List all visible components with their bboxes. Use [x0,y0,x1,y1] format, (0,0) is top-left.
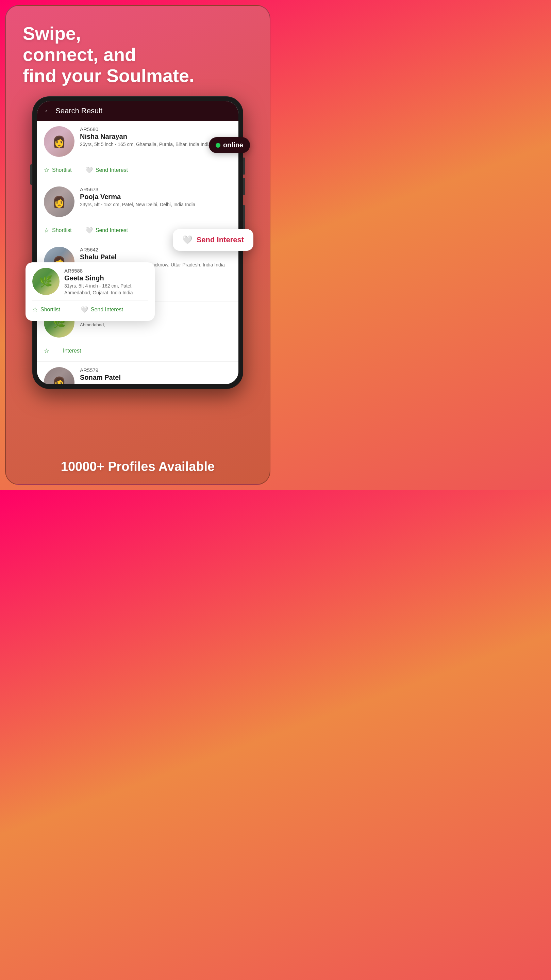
send-interest-label-2: Send Interest [95,227,128,234]
star-icon-1: ☆ [44,166,49,174]
avatar-2: 👩 [44,186,75,217]
shortlist-button-4[interactable]: ☆ [44,345,49,356]
profile-item-5: 👩 AR5579 Sonam Patel [37,362,238,384]
tagline: Swipe,connect, andfind your Soulmate. [6,6,211,86]
left-button [30,164,32,185]
profile-name-2: Pooja Verma [80,193,232,201]
heart-icon-1: 🤍 [86,166,93,174]
floating-card-actions: ☆ Shortlist 🤍 Send Interest [32,300,148,315]
shortlist-button-1[interactable]: ☆ Shortlist [44,164,72,176]
send-interest-button-2[interactable]: 🤍 Send Interest [86,224,128,236]
profile-top-2: 👩 AR5673 Pooja Verma 23yrs, 5ft - 152 cm… [44,186,232,217]
star-icon-2: ☆ [44,227,49,234]
heart-icon: 🤍 [81,306,88,313]
floating-profile-name: Geeta Singh [64,274,148,282]
shortlist-button-2[interactable]: ☆ Shortlist [44,224,72,236]
floating-shortlist-label: Shortlist [40,307,60,313]
phone-header: ← Search Result [37,101,238,121]
footer-text: 10000+ Profiles Available [61,453,214,484]
profile-id-2: AR5673 [80,186,232,192]
profile-actions-1: ☆ Shortlist 🤍 Send Interest [44,161,232,181]
profile-name-3: Shalu Patel [80,253,232,261]
profile-info-2: AR5673 Pooja Verma 23yrs, 5ft - 152 cm, … [80,186,232,208]
profile-id-5: AR5579 [80,367,232,373]
floating-profile-card: 🌿 AR5588 Geeta Singh 31yrs, 5ft 4 inch -… [25,262,155,321]
power-button [243,205,245,229]
floating-profile-id: AR5588 [64,268,148,274]
profile-id-1: AR5680 [80,126,232,132]
shortlist-label-1: Shortlist [52,167,72,173]
profile-details-2: 23yrs, 5ft - 152 cm, Patel, New Delhi, D… [80,202,232,208]
shortlist-label-2: Shortlist [52,227,72,234]
profile-top-5: 👩 AR5579 Sonam Patel [44,367,232,384]
profile-name-5: Sonam Patel [80,374,232,382]
profile-top-1: 👩 AR5680 Nisha Narayan 26yrs, 5ft 5 inch… [44,126,232,157]
heart-icon-2: 🤍 [86,227,93,234]
avatar-5: 👩 [44,367,75,384]
header-title: Search Result [56,107,102,115]
send-interest-button-4[interactable]: Interest [63,345,81,356]
send-interest-popup[interactable]: 🤍 Send Interest [173,229,253,251]
floating-avatar: 🌿 [32,268,60,295]
profile-item-1: 👩 AR5680 Nisha Narayan 26yrs, 5ft 5 inch… [37,121,238,181]
vol-down-button [243,178,245,195]
star-icon: ☆ [32,306,38,313]
profile-info-5: AR5579 Sonam Patel [80,367,232,382]
online-badge: online [209,137,250,153]
floating-card-top: 🌿 AR5588 Geeta Singh 31yrs, 5ft 4 inch -… [32,268,148,296]
online-label: online [223,141,243,149]
star-icon-4: ☆ [44,347,49,355]
avatar-1: 👩 [44,126,75,157]
back-arrow[interactable]: ← [44,107,51,115]
profile-details-4: Ahmedabad, [80,322,232,328]
send-interest-popup-label: Send Interest [197,235,244,244]
online-dot [216,143,221,148]
profile-name-1: Nisha Narayan [80,133,232,140]
floating-send-interest-label: Send Interest [91,307,123,313]
app-card: Swipe,connect, andfind your Soulmate. on… [5,5,270,485]
phone-container: online 🤍 Send Interest 🌿 AR5588 Geeta Si… [32,96,243,389]
heart-icon: 🤍 [182,235,192,245]
floating-profile-details: 31yrs, 5ft 4 inch - 162 cm, Patel, Ahmed… [64,283,148,296]
floating-send-interest-button[interactable]: 🤍 Send Interest [81,304,123,315]
send-interest-button-1[interactable]: 🤍 Send Interest [86,164,128,176]
floating-profile-info: AR5588 Geeta Singh 31yrs, 5ft 4 inch - 1… [64,268,148,296]
floating-shortlist-button[interactable]: ☆ Shortlist [32,304,60,315]
vol-up-button [243,158,245,175]
send-interest-label-1: Send Interest [95,167,128,173]
send-interest-label-4: Interest [63,348,81,354]
profile-list: 👩 AR5680 Nisha Narayan 26yrs, 5ft 5 inch… [37,121,238,384]
profile-actions-4: ☆ Interest [44,342,232,361]
